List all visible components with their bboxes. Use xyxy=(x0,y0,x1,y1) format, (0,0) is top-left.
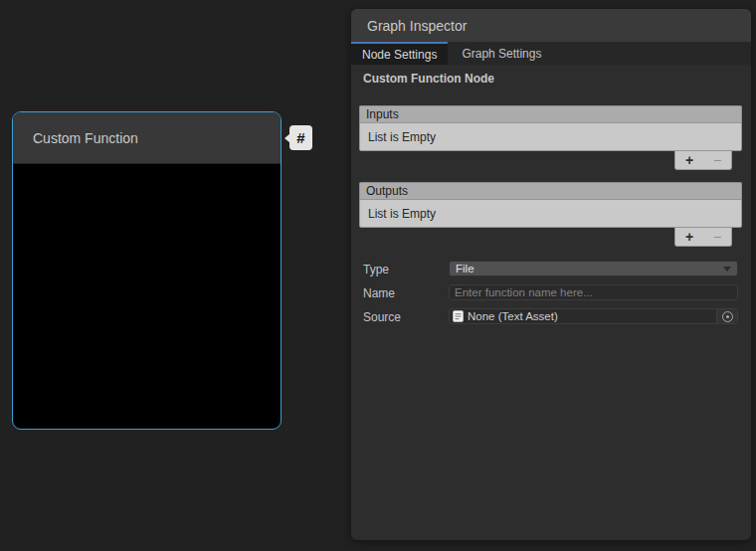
chevron-down-icon xyxy=(723,267,731,272)
tab-node-settings[interactable]: Node Settings xyxy=(351,42,448,65)
node-precision-badge[interactable]: # xyxy=(289,125,312,150)
custom-function-node[interactable]: Custom Function xyxy=(12,111,282,430)
type-label: Type xyxy=(363,263,389,276)
node-titlebar[interactable]: Custom Function xyxy=(13,112,281,164)
tab-graph-settings[interactable]: Graph Settings xyxy=(448,42,555,65)
tab-node-settings-label: Node Settings xyxy=(362,48,437,62)
inspector-header[interactable]: Graph Inspector xyxy=(351,9,751,42)
source-object-field[interactable]: None (Text Asset) xyxy=(449,308,738,324)
inputs-remove-button[interactable]: − xyxy=(713,153,721,167)
badge-tail-icon xyxy=(284,133,290,143)
outputs-empty-label: List is Empty xyxy=(368,207,436,221)
hash-icon: # xyxy=(296,129,304,146)
inspector-title: Graph Inspector xyxy=(367,18,467,34)
inputs-list-header-label: Inputs xyxy=(366,107,399,121)
inputs-list-empty-row: List is Empty xyxy=(359,122,742,151)
outputs-add-button[interactable]: + xyxy=(685,230,693,244)
node-title: Custom Function xyxy=(33,130,138,146)
object-picker-button[interactable] xyxy=(716,309,737,323)
inspector-tabbar: Node Settings Graph Settings xyxy=(351,42,751,65)
outputs-remove-button[interactable]: − xyxy=(713,230,721,244)
graph-inspector-panel: Graph Inspector Node Settings Graph Sett… xyxy=(351,9,751,540)
inputs-list-header[interactable]: Inputs xyxy=(359,105,742,122)
inputs-add-button[interactable]: + xyxy=(685,153,693,167)
inputs-list-footer: + − xyxy=(674,151,732,170)
tab-graph-settings-label: Graph Settings xyxy=(462,47,541,61)
object-picker-icon xyxy=(722,311,733,322)
type-dropdown[interactable]: File xyxy=(449,261,738,276)
name-label: Name xyxy=(363,286,395,300)
outputs-list-header-label: Outputs xyxy=(366,184,408,198)
outputs-list-footer: + − xyxy=(674,228,732,247)
source-label: Source xyxy=(363,310,401,324)
text-asset-icon xyxy=(453,310,464,322)
source-object-value: None (Text Asset) xyxy=(468,310,558,322)
section-title: Custom Function Node xyxy=(363,72,494,86)
inputs-empty-label: List is Empty xyxy=(368,130,436,144)
outputs-list: Outputs List is Empty + − xyxy=(359,182,742,228)
outputs-list-empty-row: List is Empty xyxy=(359,199,742,228)
type-dropdown-value: File xyxy=(456,263,474,275)
inputs-list: Inputs List is Empty + − xyxy=(359,105,742,151)
outputs-list-header[interactable]: Outputs xyxy=(359,182,742,199)
function-name-input[interactable] xyxy=(449,284,738,300)
